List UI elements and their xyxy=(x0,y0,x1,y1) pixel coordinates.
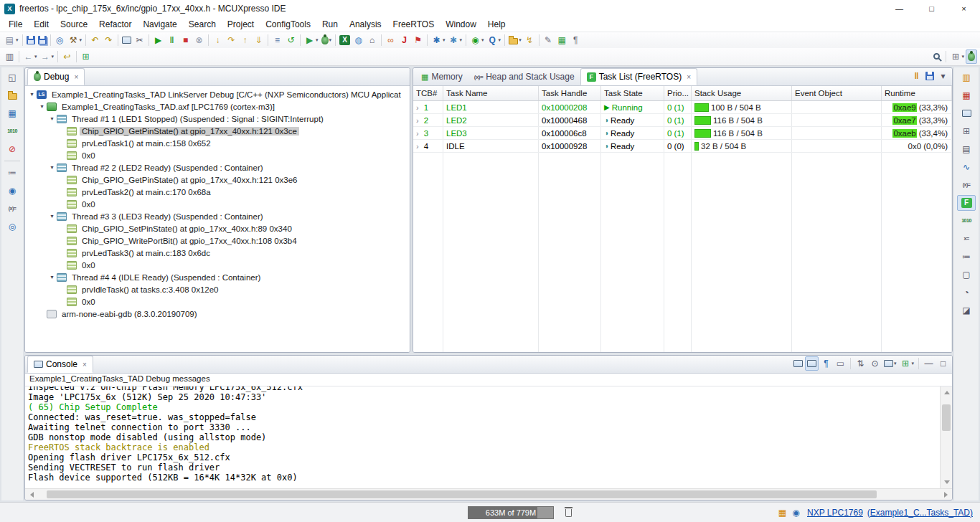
menu-navigate[interactable]: Navigate xyxy=(137,18,182,31)
debug-tree-item[interactable]: Chip_GPIO_GetPinState() at gpio_17xx_40x… xyxy=(25,125,410,137)
flags-icon[interactable]: ⚑ xyxy=(411,33,425,47)
erase-flash-icon[interactable]: ↯ xyxy=(523,33,537,47)
instruction-stepping-icon[interactable]: ≡ xyxy=(270,33,284,47)
mark-occurrences-icon[interactable]: ✎ xyxy=(542,33,555,47)
variables-view-icon[interactable]: (x)= xyxy=(957,177,976,193)
scroll-down-icon[interactable] xyxy=(941,477,953,488)
debug-tree-item[interactable]: 0x0 xyxy=(25,259,410,271)
faults-icon[interactable]: ⊘ xyxy=(3,141,22,157)
column-header-runtime[interactable]: Runtime xyxy=(882,86,952,100)
target-link[interactable]: NXP LPC1769 xyxy=(807,508,863,518)
column-header-task-name[interactable]: Task Name xyxy=(443,86,539,100)
debug-tree-item[interactable]: ▾Thread #3 3 (LED3 Ready) (Suspended : C… xyxy=(25,210,410,222)
disconnect-icon[interactable]: ⊗ xyxy=(192,33,206,47)
menu-source[interactable]: Source xyxy=(55,18,93,31)
expand-toggle-icon[interactable]: ▾ xyxy=(48,115,56,122)
outline-icon[interactable]: ≔ xyxy=(3,165,22,181)
debug-tree-item[interactable]: ▾LSExample1_CreatingTasks_TAD LinkServer… xyxy=(25,88,410,100)
toggle-link-icon[interactable]: ∞ xyxy=(384,33,397,47)
debug-tree-item[interactable]: Chip_GPIO_WritePortBit() at gpio_17xx_40… xyxy=(25,234,410,247)
back-icon[interactable]: ←▾ xyxy=(22,49,39,64)
open-perspective-icon[interactable]: ⊞▾ xyxy=(948,49,966,64)
save-all-icon[interactable] xyxy=(37,33,48,47)
vscroll-track[interactable] xyxy=(941,398,952,477)
row-expander-icon[interactable]: › xyxy=(416,129,419,138)
expand-toggle-icon[interactable]: ▾ xyxy=(28,91,36,98)
scroll-lock-icon[interactable]: ⇅ xyxy=(854,356,867,371)
hscroll-thumb[interactable] xyxy=(47,490,877,498)
clear-console-icon[interactable]: ▭ xyxy=(834,356,847,371)
debug-tree-item[interactable]: ▾Thread #1 1 (LED1 Stopped) (Suspended :… xyxy=(25,113,410,125)
run-gc-button[interactable] xyxy=(565,507,572,519)
analysis-view-icon[interactable]: ◪ xyxy=(957,303,976,318)
menu-help[interactable]: Help xyxy=(482,18,512,31)
expand-toggle-icon[interactable]: ▾ xyxy=(48,213,56,219)
row-expander-icon[interactable]: › xyxy=(416,103,419,112)
run-last-icon[interactable]: ▶▾ xyxy=(303,33,320,47)
expand-toggle-icon[interactable]: ▾ xyxy=(48,274,56,280)
expand-toggle-icon[interactable]: ▾ xyxy=(48,164,56,171)
pause-updates-icon[interactable]: ‖ xyxy=(910,69,923,83)
debug-tree-item[interactable]: Chip_GPIO_SetPinState() at gpio_17xx_40x… xyxy=(25,222,410,234)
breakpoints-view-icon[interactable]: ▦ xyxy=(957,87,976,103)
minimize-view-icon[interactable]: — xyxy=(922,356,936,371)
scroll-left-icon[interactable] xyxy=(25,489,37,500)
export-task-list-icon[interactable] xyxy=(924,69,936,83)
console-hscrollbar[interactable] xyxy=(25,488,952,500)
power-measurement-icon[interactable]: ◉ xyxy=(3,183,22,199)
step-into-icon[interactable]: ↓ xyxy=(211,33,225,47)
plugins-icon[interactable]: ▦ xyxy=(555,33,569,47)
drop-to-frame-icon[interactable]: ⇓ xyxy=(252,33,265,47)
peripherals-icon[interactable]: ▦ xyxy=(3,105,22,121)
gui-flash-tool-icon[interactable]: ▾ xyxy=(507,33,523,47)
show-whitespace-icon[interactable]: ¶ xyxy=(569,33,583,47)
column-header-event-object[interactable]: Event Object xyxy=(792,86,882,100)
expressions-view-icon[interactable]: x= xyxy=(957,231,976,247)
debug-tree-item[interactable]: 0x0 xyxy=(25,198,410,210)
debug-console-icon[interactable] xyxy=(121,33,133,47)
scroll-right-icon[interactable] xyxy=(940,489,952,500)
hscroll-track[interactable] xyxy=(37,489,940,500)
debug-tree-item[interactable]: prvLedTask2() at main.c:170 0x68a xyxy=(25,186,410,198)
tab-memory[interactable]: ▦ Memory xyxy=(415,68,468,85)
close-tab-icon[interactable]: × xyxy=(83,361,87,369)
debug-tree-item[interactable]: prvLedTask3() at main.c:183 0x6dc xyxy=(25,247,410,259)
menu-edit[interactable]: Edit xyxy=(28,18,55,31)
debug-tree-item[interactable]: 0x0 xyxy=(25,295,410,308)
task-row-led3[interactable]: ›3LED30x100006c8◑Ready0 (1)116 B / 504 B… xyxy=(413,127,952,140)
jlink-icon[interactable]: J xyxy=(397,33,411,47)
tab-debug[interactable]: Debug × xyxy=(27,68,85,85)
trace-view-icon[interactable]: ∿ xyxy=(957,159,976,175)
task-row-led1[interactable]: ›1LED10x10000208▶Running0 (1)100 B / 504… xyxy=(413,101,952,114)
row-expander-icon[interactable]: › xyxy=(416,116,419,125)
new-wizard-icon[interactable]: ▤▾ xyxy=(3,33,20,47)
undo-icon[interactable]: ↶ xyxy=(88,33,102,47)
disassembly-view-icon[interactable]: ≔ xyxy=(957,249,976,265)
task-row-idle[interactable]: ›4IDLE0x10000928◑Ready0 (0)32 B / 504 B0… xyxy=(413,140,952,153)
menu-freertos[interactable]: FreeRTOS xyxy=(387,18,440,31)
swo-profile-view-icon[interactable]: ◔ xyxy=(957,285,976,300)
peripherals-view-icon[interactable]: ⊞ xyxy=(957,123,976,139)
suspend-icon[interactable]: ‖ xyxy=(165,33,179,47)
debug-tree-item[interactable]: arm-none-eabi-gdb (8.3.0.20190709) xyxy=(25,308,410,320)
debug-tree-item[interactable]: prvLedTask1() at main.c:158 0x652 xyxy=(25,137,410,149)
close-tab-icon[interactable]: × xyxy=(687,73,691,81)
column-header-stack-usage[interactable]: Stack Usage xyxy=(692,86,792,100)
column-header-tcb#[interactable]: TCB# xyxy=(413,86,443,100)
menu-analysis[interactable]: Analysis xyxy=(344,18,387,31)
task-row-led2[interactable]: ›2LED20x10000468◑Ready0 (1)116 B / 504 B… xyxy=(413,114,952,127)
step-over-icon[interactable]: ↷ xyxy=(225,33,238,47)
pin-console-icon[interactable]: ⊙ xyxy=(868,356,882,371)
menu-project[interactable]: Project xyxy=(222,18,260,31)
display-selected-console-icon[interactable]: ▾ xyxy=(882,356,898,371)
show-console-on-stdout-icon[interactable] xyxy=(792,356,804,371)
resume-icon[interactable]: ▶ xyxy=(151,33,165,47)
menu-refactor[interactable]: Refactor xyxy=(93,18,137,31)
quick-settings-icon[interactable]: Q▾ xyxy=(486,33,503,47)
build-sync-icon[interactable]: ▦ xyxy=(776,506,789,520)
project-explorer-icon[interactable] xyxy=(3,87,22,103)
tab-console[interactable]: Console × xyxy=(27,356,93,373)
launch-app-icon[interactable]: ◉▾ xyxy=(468,33,486,47)
outline-view-icon[interactable]: ▢ xyxy=(957,267,976,283)
debug-tree-item[interactable]: ▾Thread #4 4 (IDLE Ready) (Suspended : C… xyxy=(25,271,410,283)
